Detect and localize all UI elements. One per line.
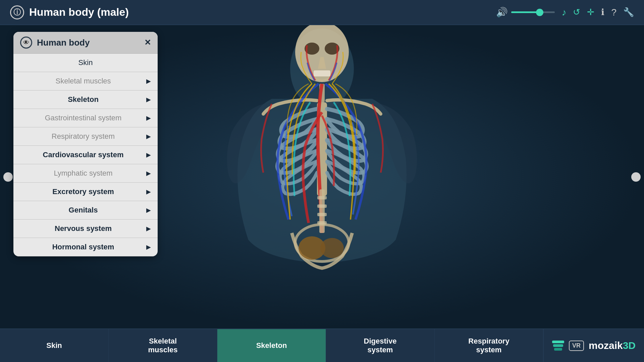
footer-tab-skin[interactable]: Skin bbox=[0, 329, 109, 362]
volume-fill bbox=[511, 11, 540, 13]
menu-item-arrow: ▶ bbox=[146, 206, 151, 214]
main-content: 👁 Human body ✕ SkinSkeletal muscles▶Skel… bbox=[0, 25, 644, 328]
menu-item-label: Hormonal system bbox=[20, 243, 146, 251]
svg-point-9 bbox=[320, 238, 344, 258]
brand-text: mozaik3D bbox=[589, 340, 636, 351]
menu-item-label: Skeletal muscles bbox=[20, 77, 146, 85]
svg-rect-11 bbox=[317, 196, 327, 199]
reset-icon[interactable]: ↺ bbox=[573, 7, 580, 17]
vr-icon: VR bbox=[569, 341, 584, 351]
panel-eye-icon: 👁 bbox=[20, 37, 32, 49]
menu-item-cardiovascular-system[interactable]: Cardiovascular system▶ bbox=[13, 146, 158, 164]
app-header: ⓘ Human body (male) 🔊 ♪ ↺ ✛ ℹ ? 🔧 bbox=[0, 0, 644, 25]
body-systems-panel: 👁 Human body ✕ SkinSkeletal muscles▶Skel… bbox=[13, 32, 158, 256]
right-nav-circle[interactable] bbox=[631, 172, 641, 182]
menu-item-label: Skeleton bbox=[20, 95, 146, 104]
menu-item-arrow: ▶ bbox=[146, 243, 151, 251]
info-icon[interactable]: ℹ bbox=[601, 7, 604, 17]
menu-item-respiratory-system[interactable]: Respiratory system▶ bbox=[13, 127, 158, 146]
menu-item-excretory-system[interactable]: Excretory system▶ bbox=[13, 183, 158, 201]
volume-thumb[interactable] bbox=[536, 9, 543, 16]
music-icon[interactable]: ♪ bbox=[561, 7, 566, 18]
brand-logo bbox=[552, 341, 564, 351]
brand-3d-text: 3D bbox=[623, 340, 636, 351]
volume-track[interactable] bbox=[511, 11, 555, 13]
menu-item-arrow: ▶ bbox=[146, 170, 151, 177]
svg-rect-13 bbox=[317, 213, 327, 216]
left-nav-circle[interactable] bbox=[3, 172, 13, 182]
brand-logo-layer-1 bbox=[552, 341, 564, 343]
menu-item-label: Skin bbox=[20, 58, 151, 67]
header-left: ⓘ Human body (male) bbox=[10, 5, 129, 19]
menu-item-label: Gastrointestinal system bbox=[20, 114, 146, 122]
volume-icon: 🔊 bbox=[496, 7, 508, 18]
footer-brand: VR mozaik3D bbox=[543, 329, 644, 362]
move-icon[interactable]: ✛ bbox=[587, 7, 594, 17]
panel-items-list: SkinSkeletal muscles▶Skeleton▶Gastrointe… bbox=[13, 54, 158, 256]
menu-item-skin[interactable]: Skin bbox=[13, 54, 158, 72]
menu-item-label: Genitals bbox=[20, 206, 146, 215]
menu-item-gastrointestinal-system[interactable]: Gastrointestinal system▶ bbox=[13, 109, 158, 127]
panel-close-button[interactable]: ✕ bbox=[144, 38, 151, 47]
help-icon[interactable]: ? bbox=[611, 7, 616, 18]
menu-item-label: Respiratory system bbox=[20, 132, 146, 141]
menu-item-label: Excretory system bbox=[20, 187, 146, 196]
panel-header: 👁 Human body ✕ bbox=[13, 32, 158, 54]
header-right: 🔊 ♪ ↺ ✛ ℹ ? 🔧 bbox=[496, 7, 634, 18]
settings-icon[interactable]: 🔧 bbox=[623, 7, 634, 17]
header-info-circle[interactable]: ⓘ bbox=[10, 5, 24, 19]
menu-item-label: Nervous system bbox=[20, 224, 146, 233]
app-title: Human body (male) bbox=[29, 6, 129, 18]
volume-control[interactable]: 🔊 bbox=[496, 7, 555, 18]
menu-item-arrow: ▶ bbox=[146, 96, 151, 103]
body-visualization bbox=[171, 25, 473, 328]
footer-tab-respiratory-system[interactable]: Respiratorysystem bbox=[435, 329, 543, 362]
brand-logo-layer-3 bbox=[554, 348, 562, 351]
menu-item-arrow: ▶ bbox=[146, 225, 151, 232]
footer-tab-digestive-system[interactable]: Digestivesystem bbox=[326, 329, 435, 362]
svg-rect-12 bbox=[317, 204, 327, 208]
footer-bar: SkinSkeletalmusclesSkeletonDigestivesyst… bbox=[0, 328, 644, 362]
menu-item-skeletal-muscles[interactable]: Skeletal muscles▶ bbox=[13, 72, 158, 90]
menu-item-genitals[interactable]: Genitals▶ bbox=[13, 201, 158, 220]
svg-rect-4 bbox=[314, 70, 330, 76]
menu-item-skeleton[interactable]: Skeleton▶ bbox=[13, 90, 158, 109]
menu-item-nervous-system[interactable]: Nervous system▶ bbox=[13, 220, 158, 238]
footer-tab-skeletal-muscles[interactable]: Skeletalmuscles bbox=[109, 329, 217, 362]
svg-rect-10 bbox=[319, 189, 325, 233]
menu-item-arrow: ▶ bbox=[146, 151, 151, 159]
panel-title: Human body bbox=[37, 38, 140, 48]
menu-item-label: Cardiovascular system bbox=[20, 150, 146, 159]
menu-item-arrow: ▶ bbox=[146, 114, 151, 122]
footer-tabs: SkinSkeletalmusclesSkeletonDigestivesyst… bbox=[0, 329, 543, 362]
svg-rect-14 bbox=[317, 221, 327, 225]
footer-tab-skeleton[interactable]: Skeleton bbox=[217, 329, 326, 362]
menu-item-arrow: ▶ bbox=[146, 188, 151, 195]
menu-item-arrow: ▶ bbox=[146, 133, 151, 140]
menu-item-arrow: ▶ bbox=[146, 77, 151, 85]
menu-item-hormonal-system[interactable]: Hormonal system▶ bbox=[13, 238, 158, 256]
menu-item-lymphatic-system[interactable]: Lymphatic system▶ bbox=[13, 164, 158, 183]
brand-logo-layer-2 bbox=[553, 344, 563, 347]
menu-item-label: Lymphatic system bbox=[20, 169, 146, 178]
